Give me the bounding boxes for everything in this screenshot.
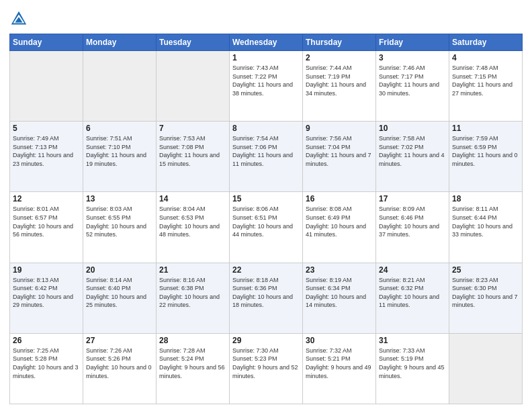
calendar-table: SundayMondayTuesdayWednesdayThursdayFrid… — [9, 34, 523, 404]
day-info: Sunrise: 8:03 AM Sunset: 6:55 PM Dayligh… — [86, 205, 153, 238]
day-info: Sunrise: 8:06 AM Sunset: 6:51 PM Dayligh… — [232, 205, 300, 238]
day-number: 25 — [452, 265, 519, 275]
logo-icon — [9, 9, 28, 28]
day-cell: 13Sunrise: 8:03 AM Sunset: 6:55 PM Dayli… — [83, 192, 157, 263]
day-info: Sunrise: 8:13 AM Sunset: 6:42 PM Dayligh… — [13, 276, 80, 310]
day-info: Sunrise: 7:59 AM Sunset: 6:59 PM Dayligh… — [452, 134, 519, 168]
day-number: 11 — [452, 124, 519, 133]
day-info: Sunrise: 8:21 AM Sunset: 6:32 PM Dayligh… — [379, 276, 446, 310]
day-info: Sunrise: 8:18 AM Sunset: 6:36 PM Dayligh… — [232, 276, 300, 310]
day-cell: 19Sunrise: 8:13 AM Sunset: 6:42 PM Dayli… — [10, 263, 83, 333]
day-info: Sunrise: 7:26 AM Sunset: 5:26 PM Dayligh… — [86, 347, 153, 380]
day-cell — [449, 333, 523, 404]
week-row-2: 5Sunrise: 7:49 AM Sunset: 7:13 PM Daylig… — [10, 122, 523, 192]
page: SundayMondayTuesdayWednesdayThursdayFrid… — [0, 0, 532, 411]
day-cell: 25Sunrise: 8:23 AM Sunset: 6:30 PM Dayli… — [449, 263, 523, 333]
day-info: Sunrise: 7:54 AM Sunset: 7:06 PM Dayligh… — [232, 134, 300, 168]
day-number: 19 — [13, 265, 80, 275]
day-info: Sunrise: 8:04 AM Sunset: 6:53 PM Dayligh… — [159, 205, 226, 238]
day-cell — [157, 51, 230, 122]
day-number: 3 — [379, 53, 446, 62]
day-cell: 29Sunrise: 7:30 AM Sunset: 5:23 PM Dayli… — [230, 333, 303, 404]
day-number: 8 — [232, 124, 300, 133]
day-info: Sunrise: 7:48 AM Sunset: 7:15 PM Dayligh… — [452, 64, 519, 97]
day-cell: 5Sunrise: 7:49 AM Sunset: 7:13 PM Daylig… — [10, 122, 83, 192]
day-number: 27 — [86, 336, 153, 345]
weekday-header-monday: Monday — [83, 34, 157, 51]
day-cell: 16Sunrise: 8:08 AM Sunset: 6:49 PM Dayli… — [303, 192, 376, 263]
day-number: 6 — [86, 124, 153, 133]
day-info: Sunrise: 7:28 AM Sunset: 5:24 PM Dayligh… — [159, 347, 226, 380]
week-row-3: 12Sunrise: 8:01 AM Sunset: 6:57 PM Dayli… — [10, 192, 523, 263]
day-number: 13 — [86, 194, 153, 203]
day-number: 9 — [306, 124, 373, 133]
day-info: Sunrise: 7:25 AM Sunset: 5:28 PM Dayligh… — [13, 347, 80, 380]
weekday-header-friday: Friday — [376, 34, 449, 51]
day-cell: 20Sunrise: 8:14 AM Sunset: 6:40 PM Dayli… — [83, 263, 157, 333]
day-info: Sunrise: 8:09 AM Sunset: 6:46 PM Dayligh… — [379, 205, 446, 238]
day-cell: 24Sunrise: 8:21 AM Sunset: 6:32 PM Dayli… — [376, 263, 449, 333]
day-cell: 26Sunrise: 7:25 AM Sunset: 5:28 PM Dayli… — [10, 333, 83, 404]
day-info: Sunrise: 8:08 AM Sunset: 6:49 PM Dayligh… — [306, 205, 373, 238]
day-cell: 8Sunrise: 7:54 AM Sunset: 7:06 PM Daylig… — [230, 122, 303, 192]
day-info: Sunrise: 8:01 AM Sunset: 6:57 PM Dayligh… — [13, 205, 80, 238]
day-info: Sunrise: 7:46 AM Sunset: 7:17 PM Dayligh… — [379, 64, 446, 97]
day-number: 1 — [232, 53, 300, 62]
day-cell: 2Sunrise: 7:44 AM Sunset: 7:19 PM Daylig… — [303, 51, 376, 122]
day-cell: 1Sunrise: 7:43 AM Sunset: 7:22 PM Daylig… — [230, 51, 303, 122]
day-cell: 3Sunrise: 7:46 AM Sunset: 7:17 PM Daylig… — [376, 51, 449, 122]
day-info: Sunrise: 7:30 AM Sunset: 5:23 PM Dayligh… — [232, 347, 300, 380]
day-number: 26 — [13, 336, 80, 345]
weekday-header-tuesday: Tuesday — [157, 34, 230, 51]
day-info: Sunrise: 8:16 AM Sunset: 6:38 PM Dayligh… — [159, 276, 226, 310]
day-info: Sunrise: 8:19 AM Sunset: 6:34 PM Dayligh… — [306, 276, 373, 310]
day-number: 22 — [232, 265, 300, 275]
day-info: Sunrise: 7:44 AM Sunset: 7:19 PM Dayligh… — [306, 64, 373, 97]
day-info: Sunrise: 7:51 AM Sunset: 7:10 PM Dayligh… — [86, 134, 153, 168]
day-number: 16 — [306, 194, 373, 203]
day-cell: 9Sunrise: 7:56 AM Sunset: 7:04 PM Daylig… — [303, 122, 376, 192]
day-info: Sunrise: 7:33 AM Sunset: 5:19 PM Dayligh… — [379, 347, 446, 380]
day-cell — [10, 51, 83, 122]
day-info: Sunrise: 7:32 AM Sunset: 5:21 PM Dayligh… — [306, 347, 373, 380]
day-cell: 22Sunrise: 8:18 AM Sunset: 6:36 PM Dayli… — [230, 263, 303, 333]
day-info: Sunrise: 8:23 AM Sunset: 6:30 PM Dayligh… — [452, 276, 519, 310]
day-cell: 15Sunrise: 8:06 AM Sunset: 6:51 PM Dayli… — [230, 192, 303, 263]
day-number: 23 — [306, 265, 373, 275]
day-number: 15 — [232, 194, 300, 203]
header — [9, 7, 523, 28]
day-number: 29 — [232, 336, 300, 345]
day-number: 4 — [452, 53, 519, 62]
day-cell: 21Sunrise: 8:16 AM Sunset: 6:38 PM Dayli… — [157, 263, 230, 333]
day-cell — [83, 51, 157, 122]
weekday-header-saturday: Saturday — [449, 34, 523, 51]
day-number: 2 — [306, 53, 373, 62]
day-number: 18 — [452, 194, 519, 203]
day-number: 5 — [13, 124, 80, 133]
day-info: Sunrise: 7:56 AM Sunset: 7:04 PM Dayligh… — [306, 134, 373, 168]
day-info: Sunrise: 7:49 AM Sunset: 7:13 PM Dayligh… — [13, 134, 80, 168]
weekday-header-row: SundayMondayTuesdayWednesdayThursdayFrid… — [10, 34, 523, 51]
week-row-1: 1Sunrise: 7:43 AM Sunset: 7:22 PM Daylig… — [10, 51, 523, 122]
day-cell: 31Sunrise: 7:33 AM Sunset: 5:19 PM Dayli… — [376, 333, 449, 404]
day-cell: 14Sunrise: 8:04 AM Sunset: 6:53 PM Dayli… — [157, 192, 230, 263]
week-row-5: 26Sunrise: 7:25 AM Sunset: 5:28 PM Dayli… — [10, 333, 523, 404]
day-info: Sunrise: 7:43 AM Sunset: 7:22 PM Dayligh… — [232, 64, 300, 97]
day-cell: 10Sunrise: 7:58 AM Sunset: 7:02 PM Dayli… — [376, 122, 449, 192]
day-number: 21 — [159, 265, 226, 275]
day-cell: 6Sunrise: 7:51 AM Sunset: 7:10 PM Daylig… — [83, 122, 157, 192]
day-cell: 18Sunrise: 8:11 AM Sunset: 6:44 PM Dayli… — [449, 192, 523, 263]
day-number: 14 — [159, 194, 226, 203]
day-cell: 12Sunrise: 8:01 AM Sunset: 6:57 PM Dayli… — [10, 192, 83, 263]
day-cell: 7Sunrise: 7:53 AM Sunset: 7:08 PM Daylig… — [157, 122, 230, 192]
weekday-header-thursday: Thursday — [303, 34, 376, 51]
day-cell: 28Sunrise: 7:28 AM Sunset: 5:24 PM Dayli… — [157, 333, 230, 404]
day-cell: 30Sunrise: 7:32 AM Sunset: 5:21 PM Dayli… — [303, 333, 376, 404]
week-row-4: 19Sunrise: 8:13 AM Sunset: 6:42 PM Dayli… — [10, 263, 523, 333]
day-info: Sunrise: 7:58 AM Sunset: 7:02 PM Dayligh… — [379, 134, 446, 168]
day-info: Sunrise: 7:53 AM Sunset: 7:08 PM Dayligh… — [159, 134, 226, 168]
day-cell: 4Sunrise: 7:48 AM Sunset: 7:15 PM Daylig… — [449, 51, 523, 122]
day-number: 10 — [379, 124, 446, 133]
day-cell: 17Sunrise: 8:09 AM Sunset: 6:46 PM Dayli… — [376, 192, 449, 263]
day-number: 31 — [379, 336, 446, 345]
